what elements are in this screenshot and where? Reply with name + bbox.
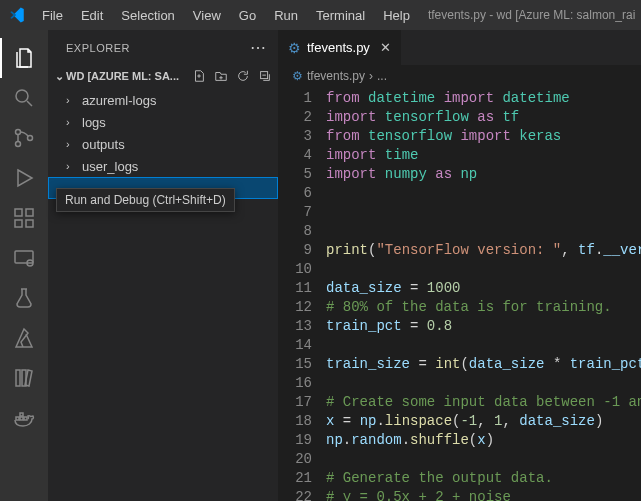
editor-area: ⚙ tfevents.py ✕ ⚙ tfevents.py › ... 1234… [278,30,641,501]
explorer-more-icon[interactable]: ⋯ [250,38,267,57]
svg-rect-8 [15,251,33,263]
activity-remote-icon[interactable] [0,238,48,278]
activity-bar [0,30,48,501]
chevron-right-icon: › [66,160,78,172]
title-bar: File Edit Selection View Go Run Terminal… [0,0,641,30]
activity-explorer-icon[interactable] [0,38,48,78]
activity-source-control-icon[interactable] [0,118,48,158]
tree-item-label: logs [82,115,106,130]
svg-rect-13 [20,417,23,420]
svg-rect-12 [16,417,19,420]
explorer-title: EXPLORER [66,42,130,54]
svg-rect-6 [26,220,33,227]
menu-run[interactable]: Run [266,4,306,27]
folder-outputs[interactable]: ›outputs [48,133,278,155]
folder-user-logs[interactable]: ›user_logs [48,155,278,177]
activity-library-icon[interactable] [0,358,48,398]
menu-go[interactable]: Go [231,4,264,27]
vscode-logo-icon [8,6,26,24]
run-debug-tooltip: Run and Debug (Ctrl+Shift+D) [56,188,235,212]
refresh-icon[interactable] [234,69,252,83]
svg-rect-10 [16,370,20,386]
code-editor[interactable]: 12345678910111213141516171819202122 from… [278,87,641,501]
collapse-all-icon[interactable] [256,69,274,83]
activity-search-icon[interactable] [0,78,48,118]
svg-rect-15 [20,413,23,416]
svg-rect-14 [24,417,27,420]
tree-item-label: azureml-logs [82,93,156,108]
python-file-icon: ⚙ [292,69,303,83]
breadcrumb-file: tfevents.py [307,69,365,83]
svg-rect-4 [15,209,22,216]
activity-test-icon[interactable] [0,278,48,318]
svg-point-2 [16,142,21,147]
window-title: tfevents.py - wd [Azure ML: salmon_raisi… [418,8,635,22]
menu-selection[interactable]: Selection [113,4,182,27]
svg-rect-7 [26,209,33,216]
breadcrumb-rest: ... [377,69,387,83]
activity-extensions-icon[interactable] [0,198,48,238]
tree-item-label: user_logs [82,159,138,174]
folder-azureml-logs[interactable]: ›azureml-logs [48,89,278,111]
new-file-icon[interactable] [190,69,208,83]
breadcrumb[interactable]: ⚙ tfevents.py › ... [278,65,641,87]
explorer-sidebar: EXPLORER ⋯ ⌄ WD [AZURE ML: SA... ›azurem… [48,30,278,501]
tree-item-label: outputs [82,137,125,152]
menu-file[interactable]: File [34,4,71,27]
menu-help[interactable]: Help [375,4,418,27]
editor-tab-tfevents[interactable]: ⚙ tfevents.py ✕ [278,30,402,65]
explorer-section-header[interactable]: ⌄ WD [AZURE ML: SA... [48,65,278,87]
svg-point-0 [16,90,28,102]
python-file-icon: ⚙ [288,40,301,56]
menu-bar: File Edit Selection View Go Run Terminal… [34,4,418,27]
close-tab-icon[interactable]: ✕ [380,40,391,55]
menu-view[interactable]: View [185,4,229,27]
menu-terminal[interactable]: Terminal [308,4,373,27]
new-folder-icon[interactable] [212,69,230,83]
folder-logs[interactable]: ›logs [48,111,278,133]
activity-run-debug-icon[interactable] [0,158,48,198]
activity-azure-icon[interactable] [0,318,48,358]
file-tree: ›azureml-logs ›logs ›outputs ›user_logs [48,87,278,201]
svg-rect-5 [15,220,22,227]
chevron-right-icon: › [66,94,78,106]
svg-point-1 [16,130,21,135]
line-number-gutter: 12345678910111213141516171819202122 [278,87,326,501]
editor-tab-bar: ⚙ tfevents.py ✕ [278,30,641,65]
menu-edit[interactable]: Edit [73,4,111,27]
tab-label: tfevents.py [307,40,370,55]
activity-docker-icon[interactable] [0,398,48,438]
svg-point-3 [28,136,33,141]
chevron-right-icon: › [66,116,78,128]
explorer-section-label: WD [AZURE ML: SA... [66,70,190,82]
code-content[interactable]: from datetime import datetimeimport tens… [326,87,641,501]
breadcrumb-separator-icon: › [369,69,373,83]
chevron-down-icon: ⌄ [52,70,66,83]
chevron-right-icon: › [66,138,78,150]
